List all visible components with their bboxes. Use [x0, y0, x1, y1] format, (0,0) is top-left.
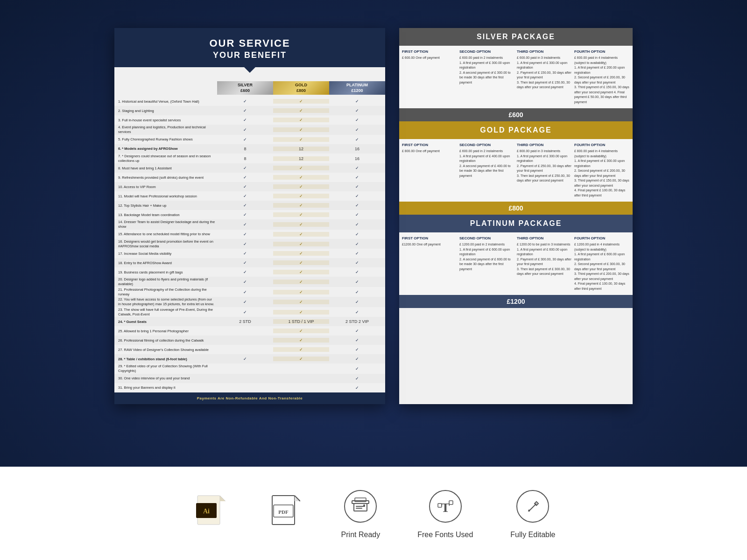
- fonts-icon-box: T: [427, 488, 464, 525]
- feature-label: 2. Staging and Lighting: [114, 109, 217, 113]
- silver-cell: ✓: [217, 251, 273, 256]
- option-text: £ 1200.00 paid in 2 instalments 1. A fir…: [459, 242, 515, 272]
- gold-cell: ✓: [273, 329, 329, 333]
- edit-icon-item: Fully Editable: [510, 488, 555, 539]
- option-text: £ 1200.00 to be paid in 3 instalments 1.…: [517, 242, 572, 277]
- platinum-cell: ✓: [329, 376, 385, 381]
- gold-cell: ✓: [273, 175, 329, 180]
- table-row: 27. RAW Video of Designer's Collection S…: [114, 345, 385, 354]
- platinum-cell: ✓: [329, 127, 385, 132]
- platinum-cell: ✓: [329, 108, 385, 113]
- table-row: 13. Backstage Model team coordination✓✓✓: [114, 210, 385, 219]
- gold-cell: ✓: [273, 166, 329, 170]
- gold-cell: ✓: [273, 300, 329, 304]
- package-section: PLATINUM PACKAGEFIRST OPTION£1200.00 One…: [399, 215, 633, 308]
- feature-label: 21. Professional Photography of the Coll…: [114, 287, 217, 297]
- silver-cell: 8: [217, 147, 273, 151]
- gold-price-bar: £800: [399, 202, 633, 215]
- silver-package-header: SILVER PACKAGE: [399, 28, 633, 46]
- gold-cell: ✓: [273, 357, 329, 361]
- table-row: 8. Must have and bring 1 Assistant✓✓✓: [114, 163, 385, 173]
- platinum-cell: ✓: [329, 194, 385, 198]
- package-option: THIRD OPTION£ 800.00 paid in 3 instalmen…: [517, 143, 572, 198]
- gold-cell: 12: [273, 147, 329, 151]
- package-option: SECOND OPTION£ 600.00 paid in 2 instalme…: [459, 49, 515, 105]
- feature-label: 30. One video interview of you and your …: [114, 376, 217, 381]
- feature-label: 26. Professional filming of collection d…: [114, 338, 217, 343]
- table-row: 21. Professional Photography of the Coll…: [114, 287, 385, 297]
- right-document: SILVER PACKAGEFIRST OPTION£ 600.00 One o…: [399, 28, 633, 404]
- fonts-icon-item: T Free Fonts Used: [417, 488, 473, 539]
- svg-rect-16: [356, 508, 362, 509]
- print-icon-item: Print Ready: [341, 488, 381, 539]
- silver-cell: 8: [217, 156, 273, 161]
- silver-cell: ✓: [217, 260, 273, 265]
- option-title: SECOND OPTION: [459, 236, 515, 240]
- column-headers: SILVER£600 GOLD£800 PLATINUM£1200: [114, 81, 385, 95]
- gold-cell: ✓: [273, 290, 329, 294]
- silver-column-header: SILVER£600: [217, 81, 273, 95]
- table-row: 25. Allowed to bring 1 Personal Photogra…: [114, 326, 385, 336]
- left-header: OUR SERVICE YOUR BENEFIT: [114, 28, 385, 67]
- feature-label: 12. Top Stylists Hair + Make up: [114, 203, 217, 208]
- table-row: 3. Full in-house event specialist servic…: [114, 115, 385, 125]
- platinum-price-bar: £1200: [399, 295, 633, 308]
- left-footer: Payments Are Non-Refundable And Non-Tran…: [114, 392, 385, 404]
- svg-text:PDF: PDF: [278, 509, 289, 515]
- feature-label: 5. Fully Choreographed Runway Fashion sh…: [114, 137, 217, 142]
- option-text: £ 600.00 paid in 3 instalments 1. A firs…: [517, 56, 572, 90]
- package-section: SILVER PACKAGEFIRST OPTION£ 600.00 One o…: [399, 28, 633, 121]
- silver-cell: ✓: [217, 310, 273, 315]
- package-option: FOURTH OPTION£ 1200.00 paid in 4 instalm…: [574, 236, 630, 291]
- feature-label: 24. * Guest Seats: [114, 320, 217, 324]
- platinum-cell: ✓: [329, 270, 385, 274]
- table-row: 24. * Guest Seats2 STD1 STD / 1 VIP2 STD…: [114, 317, 385, 326]
- table-row: 14. Dresser Team to assist Designer back…: [114, 219, 385, 230]
- gold-cell: ✓: [273, 242, 329, 246]
- platinum-cell: ✓: [329, 347, 385, 352]
- gold-cell: ✓: [273, 280, 329, 284]
- platinum-cell: ✓: [329, 184, 385, 189]
- platinum-cell: ✓: [329, 118, 385, 122]
- option-title: FIRST OPTION: [402, 49, 458, 54]
- platinum-cell: ✓: [329, 175, 385, 180]
- left-document: OUR SERVICE YOUR BENEFIT SILVER£600 GOLD…: [114, 28, 385, 404]
- package-option: FIRST OPTION£ 800.00 One off payment: [402, 143, 458, 198]
- docs-area: OUR SERVICE YOUR BENEFIT SILVER£600 GOLD…: [0, 0, 747, 418]
- option-text: £ 800.00 One off payment: [402, 149, 458, 154]
- svg-point-17: [363, 504, 365, 506]
- table-row: 10. Access to VIP Room✓✓✓: [114, 182, 385, 191]
- feature-label: 15. Attendance to one scheduled model fi…: [114, 232, 217, 237]
- fonts-label: Free Fonts Used: [417, 531, 473, 539]
- option-title: FIRST OPTION: [402, 236, 458, 240]
- package-option: FIRST OPTION£ 600.00 One off payment: [402, 49, 458, 105]
- table-row: 1. Historical and beautiful Venue, (Oxfo…: [114, 97, 385, 106]
- table-row: 30. One video interview of you and your …: [114, 374, 385, 383]
- option-title: SECOND OPTION: [459, 143, 515, 147]
- gold-cell: 12: [273, 156, 329, 161]
- silver-cell: ✓: [217, 270, 273, 274]
- left-header-title: OUR SERVICE: [119, 37, 381, 49]
- option-title: FOURTH OPTION: [574, 236, 630, 240]
- main-container: OUR SERVICE YOUR BENEFIT SILVER£600 GOLD…: [0, 0, 747, 560]
- package-option: THIRD OPTION£ 1200.00 to be paid in 3 in…: [517, 236, 572, 291]
- platinum-cell: ✓: [329, 166, 385, 170]
- option-title: THIRD OPTION: [517, 236, 572, 240]
- gold-cell: ✓: [273, 99, 329, 104]
- platinum-cell: ✓: [329, 357, 385, 361]
- platinum-cell: ✓: [329, 260, 385, 265]
- table-row: 15. Attendance to one scheduled model fi…: [114, 230, 385, 239]
- svg-text:Ai: Ai: [203, 508, 210, 515]
- platinum-column-header: PLATINUM£1200: [329, 81, 385, 95]
- pdf-icon: PDF: [270, 495, 300, 532]
- option-title: SECOND OPTION: [459, 49, 515, 54]
- package-option: FOURTH OPTION£ 600.00 paid in 4 instalme…: [574, 49, 630, 105]
- gold-cell: ✓: [273, 203, 329, 208]
- print-icon-box: [342, 488, 379, 525]
- platinum-cell: ✓: [329, 137, 385, 142]
- option-text: £ 600.00 paid in 2 instalments 1. A firs…: [459, 149, 515, 178]
- gold-cell: ✓: [273, 260, 329, 265]
- left-header-subtitle: YOUR BENEFIT: [119, 50, 381, 60]
- platinum-cell: ✓: [329, 366, 385, 371]
- feature-label: 18. Entry to the AFROShow Award: [114, 261, 217, 266]
